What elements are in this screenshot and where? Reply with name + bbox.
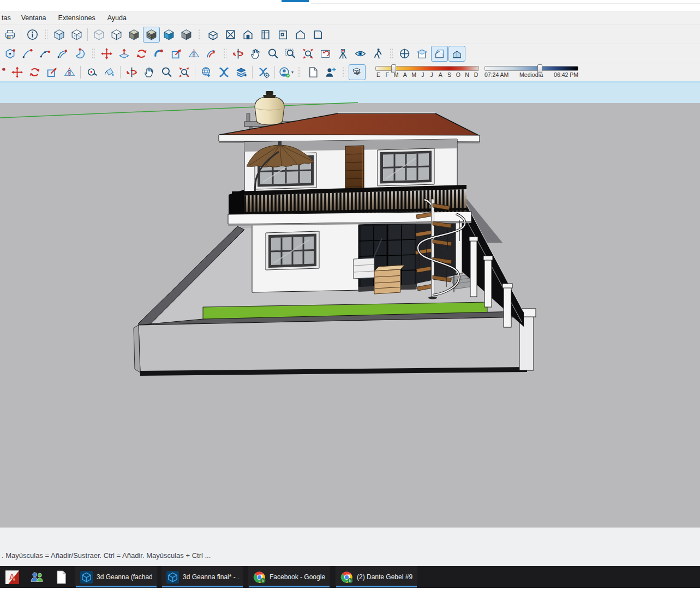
tool-model-info-button[interactable] [24,27,41,43]
tool-xray-button[interactable] [51,27,68,43]
tool-move-button[interactable] [98,46,115,62]
tool-view-back-button[interactable] [274,27,291,43]
tool-view-iso-button[interactable] [205,27,222,43]
taskbar-button-label: 3d Geanna (fachad... [97,573,152,581]
toolbar-grip[interactable] [297,66,301,78]
scale-icon [46,66,58,79]
cube-mono-icon [180,28,193,41]
look-icon [354,47,367,60]
tool-pie-button[interactable] [71,46,88,62]
tool-zoom-extents-2-button[interactable] [176,64,193,80]
tool-section-plane-button[interactable] [414,46,430,62]
menu-item-ventana[interactable]: Ventana [15,14,52,22]
tool-clipped-tool-button[interactable] [2,64,8,80]
menu-item-ayuda[interactable]: Ayuda [101,14,133,22]
shadow-date-slider-track[interactable] [375,66,479,71]
tool-pan-2-button[interactable] [141,64,158,80]
tool-polygon-button[interactable] [2,46,19,62]
tool-rotate-2-button[interactable] [26,64,43,80]
menu-item-herramientas-partial[interactable]: tas [0,14,15,22]
tool-orbit-button[interactable] [230,46,247,62]
cube-xray-icon [53,28,65,41]
tool-transparency-button[interactable] [160,27,177,43]
tool-monochrome-button[interactable] [178,27,195,43]
tool-print-button[interactable] [2,27,19,43]
toolbar-grip[interactable] [223,47,226,59]
tool-scale-2-button[interactable] [44,64,61,80]
tool-orbit-2-button[interactable] [123,64,140,80]
chrome-icon: h [340,571,353,584]
tool-shaded-textures-button[interactable] [143,27,160,43]
shadow-time-slider-handle[interactable] [537,64,542,73]
tool-move-2-button[interactable] [9,64,26,80]
toolbar-grip[interactable] [342,66,345,78]
tool-view-front-button[interactable] [240,27,256,43]
tool-hidden-line-button[interactable] [108,27,125,43]
taskbar-sketchup-2-button[interactable]: 3d Geanna final* - ... [161,566,243,588]
tool-look-around-button[interactable] [352,46,369,62]
tool-follow-me-button[interactable] [151,46,167,62]
tool-show-section-cuts-button[interactable] [448,46,465,62]
tool-previous-view-button[interactable] [317,46,334,62]
taskbar-notepad-button[interactable] [49,566,74,588]
taskbar-chrome-1-button[interactable]: hFacebook - Google ... [248,566,330,588]
toolbar-separator [252,66,253,79]
zoomwin-icon [284,47,297,60]
menu-item-extensiones[interactable]: Extensiones [52,14,101,22]
tool-extension-warehouse-button[interactable] [255,64,272,80]
taskbar-autocad-button[interactable]: A [0,566,25,588]
pushpull-icon [118,47,130,60]
tool-arc-2pt-button[interactable] [37,46,53,62]
tool-flip-button[interactable] [186,46,202,62]
chevron-down-icon[interactable]: ▾ [291,70,294,75]
tool-arc-3pt-button[interactable] [54,46,71,62]
tool-zoom-extents-button[interactable] [300,46,316,62]
tool-axes-button[interactable] [396,46,413,62]
shadow-time-slider-track[interactable] [484,66,578,71]
tool-offset-button[interactable] [203,46,220,62]
model-viewport[interactable] [0,83,700,527]
tool-zoom-button[interactable] [265,46,282,62]
shadows-icon [351,66,363,79]
toolbar-grip[interactable] [389,47,393,59]
tool-tape-measure-button[interactable] [83,64,100,80]
sharemodel-icon [218,66,230,79]
month-label: J [429,71,435,78]
tool-wireframe-button[interactable] [91,27,107,43]
tool-share-model-button[interactable] [216,64,232,80]
tool-view-top-button[interactable] [222,27,239,43]
window-accent-segment [282,0,309,2]
shadow-date-slider-handle[interactable] [391,64,396,73]
tool-view-left-button[interactable] [292,27,309,43]
taskbar-sketchup-1-button[interactable]: 3d Geanna (fachad... [75,566,157,588]
tool-rotate-button[interactable] [133,46,150,62]
tool-paint-bucket-button[interactable] [101,64,118,80]
taskbar-chrome-2-button[interactable]: h(2) Dante Gebel #95... [336,566,417,588]
model-canvas[interactable] [0,83,700,527]
tool-walk-button[interactable] [369,46,386,62]
tool-back-edges-button[interactable] [68,27,85,43]
tool-add-collaborator-button[interactable] [322,64,339,80]
tool-scale-button[interactable] [168,46,185,62]
taskbar-contacts-button[interactable] [25,566,49,588]
tool-arc-button[interactable] [19,46,36,62]
tool-push-pull-button[interactable] [116,46,133,62]
tool-share-component-button[interactable] [233,64,250,80]
tool-position-camera-button[interactable] [334,46,351,62]
tool-shaded-button[interactable] [125,27,142,43]
tool-flip-2-button[interactable] [61,64,78,80]
tool-get-models-button[interactable] [198,64,215,80]
tool-toggle-shadows-button[interactable] [349,64,366,80]
toolbar-grip[interactable] [198,28,201,40]
tool-view-right-button[interactable] [257,27,274,43]
tool-show-section-planes-button[interactable] [431,46,448,62]
toolbar-grip[interactable] [91,47,95,59]
time-label: 06:42 PM [554,71,578,78]
tool-pan-button[interactable] [247,46,264,62]
tool-view-bottom-button[interactable] [309,27,326,43]
tool-account-button[interactable]: ▾ [278,64,295,80]
tool-zoom-window-button[interactable] [282,46,299,62]
tool-new-file-button[interactable] [304,64,321,80]
tool-zoom-2-button[interactable] [158,64,175,80]
toolbar-grip[interactable] [44,28,47,40]
